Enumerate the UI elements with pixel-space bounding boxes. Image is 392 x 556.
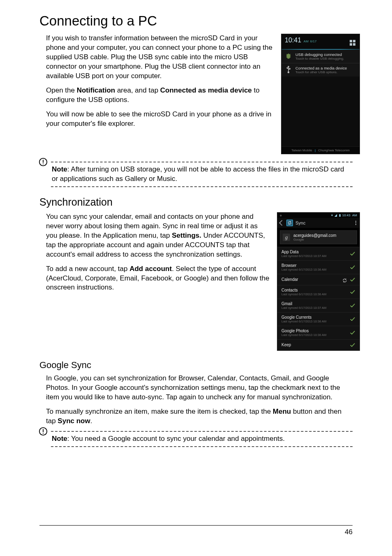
paragraph: To manually synchronize an item, make su…: [46, 407, 353, 426]
sync-item-sub: Last synced 6/17/2013 10:36 AM: [281, 292, 326, 296]
sync-item-sub: Last synced 6/17/2013 10:37 AM: [281, 306, 326, 310]
svg-point-3: [287, 67, 288, 68]
figure-notification-panel: 10:41 AM6/17 USB debugging connected Tou…: [281, 34, 360, 154]
status-time-suffix: AM: [352, 213, 357, 217]
notif-row-title: USB debugging connected: [295, 52, 344, 57]
sync-item-sub: Last synced 6/17/2013 10:36 AM: [281, 320, 326, 323]
sync-item-sub: Last synced 6/17/2013 10:36 AM: [281, 333, 326, 337]
notif-date: 6/17: [310, 39, 317, 43]
note-box: Note: You need a Google account to sync …: [39, 431, 353, 447]
svg-rect-6: [43, 160, 44, 163]
notif-row: Connected as a media device Touch for ot…: [281, 63, 360, 76]
note-label: Note: [52, 435, 67, 442]
back-icon: [279, 220, 285, 226]
checkmark-icon: [350, 342, 355, 348]
sync-item-title: Google Photos: [281, 329, 326, 333]
sync-item-title: Contacts: [281, 288, 326, 292]
checkmark-icon: [350, 303, 355, 308]
subsection-heading: Google Sync: [39, 360, 353, 371]
wifi-icon: ▾: [331, 213, 333, 217]
notif-time: 10:41: [285, 37, 301, 44]
sync-progress-icon: [342, 277, 347, 282]
note-text: : You need a Google account to sync your…: [67, 435, 285, 442]
google-account-icon: g: [283, 234, 290, 241]
page-title: Connecting to a PC: [39, 13, 353, 29]
notif-row-sub: Touch to disable USB debugging.: [295, 57, 344, 60]
sync-account-card: g acerguides@gmail.com Google: [280, 230, 357, 244]
svg-rect-7: [43, 164, 44, 164]
overflow-menu-icon: [355, 221, 357, 225]
notif-footer: Taiwan Mobile | Chunghwa Telecomm: [281, 146, 360, 154]
paragraph: In Google, you can set synchronization f…: [46, 374, 353, 402]
checkmark-icon: [350, 264, 355, 270]
page-footer: 46: [39, 525, 353, 536]
note-text: : After turning on USB storage, you will…: [52, 165, 344, 183]
status-time: 10:43: [342, 213, 350, 217]
checkmark-icon: [350, 316, 355, 322]
sync-header-title: Sync: [295, 220, 305, 225]
figure-sync-settings: ⏚ ▾ ◢ ▮ 10:43 AM Sync: [277, 212, 360, 351]
page-number: 46: [345, 528, 353, 536]
sync-item-row: Calendar: [277, 274, 360, 285]
notif-row: USB debugging connected Touch to disable…: [281, 50, 360, 63]
sync-item-row: Google PhotosLast synced 6/17/2013 10:36…: [277, 326, 360, 339]
sync-item-title: Keep: [281, 343, 291, 347]
section-heading: Synchronization: [39, 196, 353, 208]
account-email: acerguides@gmail.com: [293, 233, 337, 238]
bug-icon: [285, 52, 292, 60]
sync-app-icon: [286, 220, 293, 226]
note-box: Note: After turning on USB storage, you …: [39, 162, 353, 187]
status-bar-icons: ▾ ◢ ▮ 10:43 AM: [330, 213, 357, 217]
carrier-divider: |: [313, 148, 317, 152]
sync-item-row: Keep: [277, 339, 360, 350]
sync-item-title: App Data: [281, 250, 326, 254]
sync-item-row: Google CurrentsLast synced 6/17/2013 10:…: [277, 312, 360, 326]
notif-row-title: Connected as a media device: [295, 66, 347, 70]
sync-item-sub: Last synced 6/17/2013 10:36 AM: [281, 268, 326, 271]
notif-time-suffix: AM: [303, 39, 309, 43]
battery-icon: ▮: [339, 213, 341, 217]
sync-item-row: App DataLast synced 6/17/2013 10:37 AM: [277, 247, 360, 260]
notif-row-sub: Touch for other USB options.: [295, 70, 347, 74]
checkmark-icon: [350, 251, 355, 257]
svg-rect-10: [43, 433, 44, 433]
checkmark-icon: [350, 289, 355, 295]
checkmark-icon: [350, 277, 355, 283]
carrier-left: Taiwan Mobile: [291, 148, 312, 152]
signal-icon: ◢: [334, 213, 337, 217]
sync-item-title: Calendar: [281, 277, 298, 282]
sync-item-title: Browser: [281, 263, 326, 268]
sync-item-row: GmailLast synced 6/17/2013 10:37 AM: [277, 299, 360, 312]
svg-rect-9: [43, 429, 44, 432]
status-usb-icon: ⏚: [280, 213, 282, 217]
checkmark-icon: [350, 330, 355, 336]
warning-icon: [39, 158, 48, 167]
svg-point-1: [288, 66, 289, 67]
sync-item-title: Google Currents: [281, 315, 326, 320]
account-provider: Google: [293, 238, 337, 241]
note-label: Note: [52, 165, 67, 173]
svg-rect-4: [289, 68, 290, 69]
sync-item-sub: Last synced 6/17/2013 10:37 AM: [281, 254, 326, 258]
sync-item-row: ContactsLast synced 6/17/2013 10:36 AM: [277, 285, 360, 299]
warning-icon: [39, 427, 48, 436]
svg-point-2: [288, 72, 289, 73]
quick-settings-icon: [350, 40, 356, 46]
sync-item-row: BrowserLast synced 6/17/2013 10:36 AM: [277, 260, 360, 274]
carrier-right: Chunghwa Telecomm: [318, 148, 350, 152]
sync-item-title: Gmail: [281, 301, 326, 306]
notif-body: [281, 76, 360, 146]
usb-icon: [285, 66, 292, 73]
